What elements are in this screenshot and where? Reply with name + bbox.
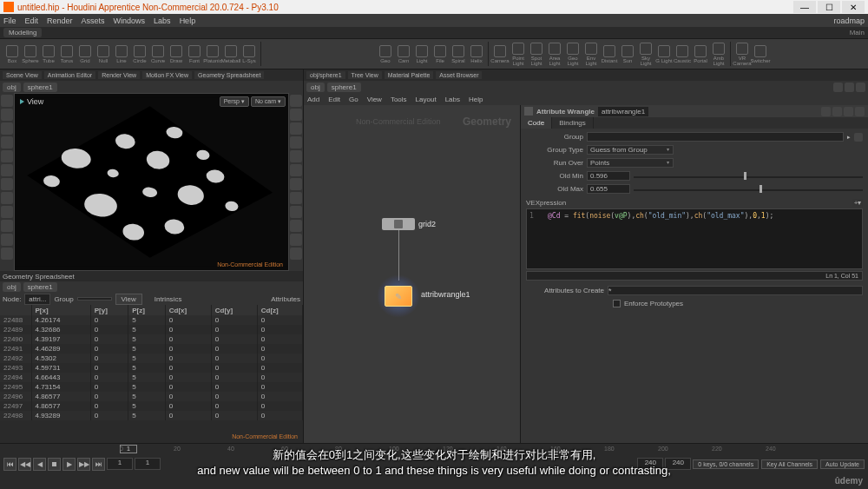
node-grid[interactable]: grid2 [382, 218, 436, 230]
play-last[interactable]: ⏭ [92, 458, 105, 471]
play-back[interactable]: ◀ [33, 458, 46, 471]
shelf-tool-tube[interactable]: Tube [40, 42, 57, 66]
ss-group-field[interactable] [77, 297, 112, 301]
tab-render-view[interactable]: Render View [98, 71, 140, 79]
shelf-tool-g-light[interactable]: G Light [655, 42, 673, 66]
shelf-tool-distant[interactable]: Distant [601, 42, 618, 66]
menu-edit[interactable]: Edit [25, 17, 39, 25]
ss-node-field[interactable]: attri... [24, 294, 50, 305]
tab-scene-view[interactable]: Scene View [3, 71, 42, 79]
shelf-tool-area-light[interactable]: Area Light [546, 42, 563, 66]
extra-tool-1[interactable] [1, 206, 13, 218]
shelf-tool-font[interactable]: Font [186, 42, 203, 66]
camera-dropdown[interactable]: No cam ▾ [251, 96, 286, 107]
shelf-tool-vr-camera[interactable]: VR Camera [733, 42, 751, 66]
net-menu-help[interactable]: Help [469, 96, 483, 103]
display-opt-3[interactable] [290, 122, 302, 135]
display-opt-12[interactable] [290, 248, 302, 260]
auto-update-toggle[interactable]: Auto Update [820, 459, 865, 469]
shelf-tool-file[interactable]: File [431, 42, 449, 66]
shelf-tool-caustic[interactable]: Caustic [674, 42, 691, 66]
display-opt-11[interactable] [290, 234, 302, 246]
net-menu-labs[interactable]: Labs [445, 96, 460, 103]
net-menu-add[interactable]: Add [307, 96, 319, 103]
shelf-tool-curve[interactable]: Curve [149, 42, 167, 66]
menu-render[interactable]: Render [47, 17, 73, 25]
net-menu-go[interactable]: Go [349, 96, 358, 103]
frame-end[interactable]: 240 [665, 458, 691, 470]
tab-anim-editor[interactable]: Animation Editor [44, 71, 95, 79]
shelf-tool-l-sys[interactable]: L-Sys [240, 42, 258, 66]
grouptype-dropdown[interactable]: Guess from Group [587, 145, 674, 155]
play-stop[interactable]: ⏹ [48, 458, 61, 471]
play-fwdfast[interactable]: ▶▶ [77, 458, 90, 471]
attrs-create-input[interactable]: * [608, 286, 863, 295]
persp-dropdown[interactable]: Persp ▾ [220, 96, 249, 107]
shelf-tool-line[interactable]: Line [113, 42, 130, 66]
inspect-tool[interactable] [1, 178, 13, 190]
spreadsheet-table[interactable]: P[x]P[y]P[z]Cd[x]Cd[y]Cd[z]224884.261740… [0, 305, 303, 433]
shelf-tool-geo-light[interactable]: Geo Light [564, 42, 582, 66]
shelf-tool-platonic[interactable]: Platonic [204, 42, 221, 66]
param-node-name[interactable]: attribwrangle1 [598, 107, 648, 116]
enforce-checkbox[interactable] [613, 300, 621, 307]
oldmin-slider[interactable] [634, 171, 863, 181]
table-row[interactable]: 224984.9328905000 [0, 411, 303, 420]
display-opt-7[interactable] [290, 178, 302, 190]
play-fwd[interactable]: ▶ [62, 458, 76, 471]
display-opt-1[interactable] [290, 95, 302, 107]
frame-endrange[interactable]: 240 [637, 458, 663, 470]
net-help-icon[interactable] [845, 83, 854, 92]
shelf-tool-helix[interactable]: Helix [468, 42, 485, 66]
maximize-button[interactable]: ☐ [818, 1, 840, 13]
net-path-node[interactable]: sphere1 [327, 83, 361, 92]
tab-material-palette[interactable]: Material Palette [385, 71, 434, 79]
group-input[interactable] [587, 132, 844, 142]
shelf-tool-amb-light[interactable]: Amb Light [710, 42, 727, 66]
close-button[interactable]: ✕ [842, 1, 865, 13]
shelf-tool-sphere[interactable]: Sphere [22, 42, 39, 66]
play-first[interactable]: ⏮ [3, 458, 16, 471]
shelf-tool-metaball[interactable]: Metaball [222, 42, 240, 66]
display-opt-6[interactable] [290, 164, 302, 176]
table-row[interactable]: 224904.3919705000 [0, 334, 303, 344]
tab-bindings[interactable]: Bindings [552, 117, 594, 129]
table-row[interactable]: 224924.530205000 [0, 354, 303, 363]
net-pin-icon[interactable] [833, 83, 843, 92]
tab-network[interactable]: obj/sphere1 [306, 71, 345, 79]
runover-dropdown[interactable]: Points [587, 158, 674, 168]
table-row[interactable]: 224934.5973105000 [0, 363, 303, 373]
shelf-tool-spiral[interactable]: Spiral [450, 42, 467, 66]
extra-tool-4[interactable] [1, 248, 13, 260]
shelf-tool-draw[interactable]: Draw [168, 42, 185, 66]
tab-code[interactable]: Code [521, 117, 552, 129]
path-obj[interactable]: obj [3, 83, 21, 92]
select-tool[interactable] [1, 95, 13, 107]
viewport-3d[interactable]: View Persp ▾ No cam ▾ Non-Commercial Edi… [14, 93, 289, 271]
network-editor[interactable]: Non-Commercial Edition Geometry grid2 ✎ … [304, 105, 521, 443]
shelf-tool-sky-light[interactable]: Sky Light [637, 42, 654, 66]
extra-tool-2[interactable] [1, 220, 13, 232]
shelf-tool-switcher[interactable]: Switcher [752, 42, 769, 66]
oldmax-input[interactable]: 0.655 [587, 184, 630, 194]
frame-startrange[interactable]: 1 [135, 458, 161, 470]
move-tool[interactable] [1, 109, 13, 121]
key-all-button[interactable]: Key All Channels [761, 459, 818, 469]
shelf-tool-box[interactable]: Box [3, 42, 21, 66]
shelf-tool-grid[interactable]: Grid [76, 42, 94, 66]
menu-labs[interactable]: Labs [154, 17, 171, 25]
tab-modeling[interactable]: Modeling [3, 28, 42, 37]
net-menu-layout[interactable]: Layout [416, 96, 437, 103]
table-row[interactable]: 224894.3268605000 [0, 325, 303, 334]
table-row[interactable]: 224974.8657705000 [0, 401, 303, 411]
shelf-tool-torus[interactable]: Torus [58, 42, 76, 66]
display-opt-10[interactable] [290, 220, 302, 232]
shelf-tool-spot-light[interactable]: Spot Light [528, 42, 545, 66]
table-row[interactable]: 224884.2617405000 [0, 315, 303, 325]
tab-tree-view[interactable]: Tree View [348, 71, 382, 79]
snap-tool[interactable] [1, 192, 13, 204]
param-pin-icon[interactable] [855, 107, 865, 116]
net-menu-edit[interactable]: Edit [328, 96, 340, 103]
handle-tool[interactable] [1, 150, 13, 162]
shelf-tool-null[interactable]: Null [95, 42, 112, 66]
